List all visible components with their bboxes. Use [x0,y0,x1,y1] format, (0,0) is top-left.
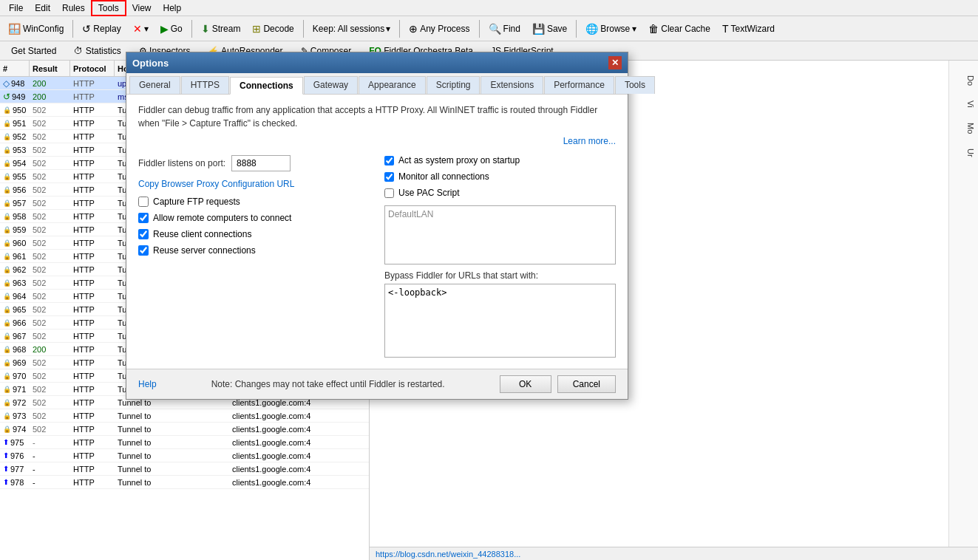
help-link[interactable]: Help [138,379,157,389]
cell-host: Tunnel to [115,425,229,434]
reuse-server-checkbox[interactable] [138,245,149,256]
lock-icon: 🔒 [3,186,11,194]
menu-tools[interactable]: Tools [91,0,126,16]
session-row[interactable]: ⬆978 - HTTP Tunnel to clients1.google.co… [0,476,369,489]
bypass-scroll-wrapper: <-loopback> [384,284,616,360]
tab-performance[interactable]: Performance [544,76,614,94]
winconfig-button[interactable]: 🪟 WinConfig [3,20,69,38]
cancel-button[interactable]: Cancel [557,375,616,393]
cell-result: - [30,465,70,474]
reuse-client-checkbox[interactable] [138,229,149,239]
dialog-col-left: Fiddler listens on port: Copy Browser Pr… [138,155,370,360]
cell-protocol: HTTP [70,345,115,354]
reuse-server-row: Reuse server connections [138,245,370,256]
session-row[interactable]: 🔒973 502 HTTP Tunnel to clients1.google.… [0,409,369,423]
dialog-tabs: General HTTPS Connections Gateway Appear… [126,73,628,95]
cell-result: 502 [30,199,70,208]
monitor-all-checkbox[interactable] [384,172,394,182]
textwizard-button[interactable]: T TextWizard [717,20,780,38]
tab-get-started[interactable]: Get Started [3,43,64,59]
lock-icon: 🔒 [3,160,11,167]
tab-statistics[interactable]: ⏱ Statistics [66,43,129,59]
menu-help[interactable]: Help [157,1,188,15]
cell-result: 502 [30,412,70,420]
decode-button[interactable]: ⊞ Decode [247,20,299,38]
lock-icon: 🔒 [3,412,11,420]
tab-appearance[interactable]: Appearance [359,76,426,94]
stream-button[interactable]: ⬇ Stream [196,20,246,38]
copy-browser-link[interactable]: Copy Browser Proxy Configuration URL [138,179,294,189]
clearcache-button[interactable]: 🗑 Clear Cache [643,20,716,38]
menu-bar: File Edit Rules Tools View Help [0,0,978,16]
menu-edit[interactable]: Edit [29,1,56,15]
lock-icon: 🔒 [3,279,11,287]
stop-button[interactable]: ✕ ▾ [128,20,154,38]
cell-protocol: HTTP [70,146,115,154]
session-row[interactable]: 🔒974 502 HTTP Tunnel to clients1.google.… [0,423,369,436]
replay-icon: ↺ [82,23,91,35]
tab-gateway[interactable]: Gateway [304,76,358,94]
cell-protocol: HTTP [70,465,115,474]
cell-protocol: HTTP [70,79,115,88]
bypass-textarea[interactable]: <-loopback> [384,284,616,358]
capture-ftp-checkbox[interactable] [138,197,149,207]
cell-hash: 🔒973 [0,412,30,420]
replay-button[interactable]: ↺ Replay [77,20,126,38]
anyprocess-button[interactable]: ⊕ Any Process [404,20,475,38]
reuse-server-label: Reuse server connections [153,245,256,256]
browse-button[interactable]: 🌐 Browse ▾ [580,20,642,38]
act-proxy-checkbox[interactable] [384,156,394,165]
tab-tools[interactable]: Tools [615,76,655,94]
save-button[interactable]: 💾 Save [527,20,572,38]
cell-hash: 🔒961 [0,252,30,261]
default-lan-box[interactable]: DefaultLAN [384,205,616,264]
anyprocess-label: Any Process [420,24,469,34]
keep-dropdown-button[interactable]: Keep: All sessions ▾ [308,21,395,37]
session-row[interactable]: ⬆975 - HTTP Tunnel to clients1.google.co… [0,436,369,449]
cell-result: 502 [30,212,70,221]
sidebar-do: Do [952,75,975,86]
act-proxy-label: Act as system proxy on startup [398,155,520,165]
cell-result: 502 [30,358,70,367]
lock-icon: 🔒 [3,253,11,260]
menu-file[interactable]: File [3,1,29,15]
use-pac-checkbox[interactable] [384,188,394,198]
go-label: Go [171,24,183,34]
port-input[interactable] [231,155,291,171]
menu-view[interactable]: View [126,1,157,15]
tab-scripting[interactable]: Scripting [427,76,480,94]
ok-button[interactable]: OK [500,375,551,393]
cell-host: Tunnel to [115,451,229,460]
lock-icon: 🔒 [3,346,11,353]
cell-hash: 🔒954 [0,159,30,168]
cell-result: 502 [30,159,70,168]
cell-result: 502 [30,292,70,301]
cell-hash: 🔒968 [0,345,30,354]
tab-connections[interactable]: Connections [230,77,303,95]
lock-icon: 🔒 [3,239,11,247]
menu-rules[interactable]: Rules [56,1,91,15]
tab-general[interactable]: General [129,76,180,94]
cell-result: 502 [30,305,70,314]
stream-label: Stream [212,24,241,34]
cell-result: - [30,478,70,487]
find-button[interactable]: 🔍 Find [483,20,526,38]
upload-icon: ⬆ [3,465,9,473]
allow-remote-checkbox[interactable] [138,213,149,223]
cell-hash: 🔒956 [0,185,30,194]
session-row[interactable]: ⬆976 - HTTP Tunnel to clients1.google.co… [0,449,369,462]
go-button[interactable]: ▶ Go [155,20,188,38]
cell-hash: ◇948 [0,78,30,89]
learn-more-link[interactable]: Learn more... [138,136,616,146]
session-row[interactable]: ⬆977 - HTTP Tunnel to clients1.google.co… [0,462,369,476]
use-pac-label: Use PAC Script [398,188,459,198]
dialog-description: Fiddler can debug traffic from any appli… [138,103,616,130]
cell-host: Tunnel to [115,465,229,474]
options-dialog[interactable]: Options ✕ General HTTPS Connections Gate… [126,52,628,400]
tab-https[interactable]: HTTPS [181,76,229,94]
cell-hash: 🔒966 [0,318,30,327]
tab-extensions[interactable]: Extensions [480,76,543,94]
cell-hash: ⬆977 [0,465,30,474]
dialog-close-button[interactable]: ✕ [608,56,622,69]
cell-hash: 🔒957 [0,199,30,208]
